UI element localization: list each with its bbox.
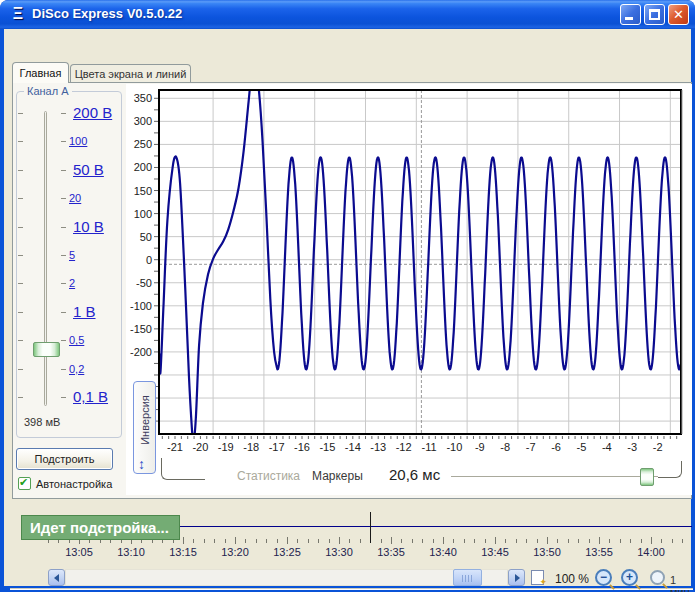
scale-option[interactable]: 0,1 В: [73, 388, 108, 405]
history-scrollbar-track[interactable]: [65, 569, 508, 586]
zoom-out-button[interactable]: −: [595, 569, 612, 586]
slider-tick: [18, 340, 23, 341]
svg-text:150: 150: [134, 185, 152, 197]
timeline-tick: [620, 539, 621, 543]
waveform-chart[interactable]: 350300250200150100500-50-100-150-200-21-…: [126, 84, 692, 495]
inversion-label: Инверсия: [139, 390, 151, 450]
autotune-checkbox[interactable]: ✔: [18, 477, 31, 490]
slider-tick: [18, 141, 23, 142]
slider-tick: [61, 255, 66, 256]
svg-text:250: 250: [134, 138, 152, 150]
svg-text:100: 100: [134, 208, 152, 220]
scale-option[interactable]: 0,5: [69, 334, 84, 346]
slider-tick: [18, 283, 23, 284]
maximize-icon: [649, 9, 660, 20]
svg-text:-14: -14: [345, 441, 361, 453]
slider-tick: [18, 170, 23, 171]
app-icon: Ξ: [9, 5, 27, 23]
svg-text:-6: -6: [551, 441, 561, 453]
timeline-tick: [349, 539, 350, 543]
timeline-tick: [225, 539, 226, 543]
scale-option[interactable]: 10 В: [73, 218, 104, 235]
statistics-link[interactable]: Статистика: [237, 469, 300, 483]
timeline-time-label: 13:05: [65, 546, 93, 558]
slider-tick: [18, 369, 23, 370]
timeline-tick: [256, 539, 257, 543]
history-scrollbar-thumb[interactable]: [453, 569, 482, 586]
scroll-right-button[interactable]: [508, 569, 525, 586]
minimize-button[interactable]: [620, 4, 641, 25]
svg-text:-4: -4: [602, 441, 612, 453]
svg-text:-15: -15: [319, 441, 335, 453]
timeline-tick: [277, 539, 278, 543]
timeline-tick: [193, 539, 194, 543]
timeline-time-label: 13:40: [429, 546, 457, 558]
timeline-tick: [537, 539, 538, 543]
fit-page-icon[interactable]: ✦: [531, 570, 544, 585]
scale-option[interactable]: 0,2: [69, 363, 84, 375]
time-div-slider-thumb[interactable]: [640, 468, 654, 486]
timeline-tick: [495, 537, 496, 544]
inversion-button[interactable]: Инверсия ↕: [133, 381, 156, 474]
svg-text:-9: -9: [475, 441, 485, 453]
svg-text:-8: -8: [500, 441, 510, 453]
svg-text:-50: -50: [136, 277, 152, 289]
timeline-tick: [516, 539, 517, 543]
interval-value: 1 мин: [670, 574, 691, 592]
svg-text:-2: -2: [653, 441, 663, 453]
scale-option[interactable]: 20: [69, 192, 81, 204]
window-title: DiSco Express V0.5.0.22: [32, 6, 182, 21]
timeline-tick: [661, 539, 662, 543]
slider-tick: [61, 227, 66, 228]
timeline-tick: [568, 539, 569, 543]
svg-text:-18: -18: [243, 441, 259, 453]
scale-option[interactable]: 100: [69, 135, 87, 147]
timeline-time-label: 13:45: [481, 546, 509, 558]
timeline-tick: [308, 539, 309, 543]
timeline-tick: [183, 537, 184, 544]
voltage-slider-thumb[interactable]: [33, 342, 60, 357]
voltage-slider-groove[interactable]: [44, 111, 47, 406]
autotune-label: Автонастройка: [36, 478, 112, 490]
tab-colors[interactable]: Цвета экрана и линий: [70, 64, 191, 83]
slider-tick: [18, 255, 23, 256]
scale-option[interactable]: 2: [69, 277, 75, 289]
scroll-left-button[interactable]: [48, 569, 65, 586]
scale-option[interactable]: 1 В: [73, 303, 96, 320]
timeline-time-label: 14:00: [637, 546, 665, 558]
scale-option[interactable]: 50 В: [73, 161, 104, 178]
timeline-tick: [557, 539, 558, 543]
timeline-time-label: 13:10: [117, 546, 145, 558]
svg-text:-5: -5: [577, 441, 587, 453]
tab-main[interactable]: Главная: [12, 62, 69, 83]
timeline-cursor[interactable]: [370, 512, 371, 543]
magnifier-icon[interactable]: [650, 570, 665, 585]
timeline-tick: [578, 539, 579, 543]
timeline-tick: [474, 539, 475, 543]
time-div-slider-track[interactable]: [451, 476, 658, 479]
chevron-left-icon: [54, 574, 59, 582]
markers-link[interactable]: Маркеры: [312, 469, 363, 483]
sparkle-icon: ✦: [539, 577, 547, 587]
scale-option[interactable]: 200 В: [73, 104, 112, 121]
slider-tick: [61, 198, 66, 199]
slider-tick: [61, 283, 66, 284]
close-button[interactable]: ✕: [668, 4, 689, 25]
maximize-button[interactable]: [644, 4, 665, 25]
titlebar[interactable]: Ξ DiSco Express V0.5.0.22 ✕: [0, 0, 695, 29]
svg-text:-10: -10: [446, 441, 462, 453]
timeline-tick: [651, 537, 652, 544]
measured-value: 398 мВ: [24, 416, 60, 428]
slider-tick: [61, 312, 66, 313]
timeline-time-label: 13:25: [273, 546, 301, 558]
up-down-arrow-icon: ↕: [138, 456, 145, 472]
timeline-tick: [599, 537, 600, 544]
svg-text:200: 200: [134, 161, 152, 173]
zoom-in-button[interactable]: +: [621, 569, 638, 586]
scale-option[interactable]: 5: [69, 249, 75, 261]
svg-text:50: 50: [140, 231, 152, 243]
slider-tick: [18, 397, 23, 398]
adjust-button[interactable]: Подстроить: [16, 448, 113, 470]
svg-text:-17: -17: [269, 441, 285, 453]
svg-text:-200: -200: [130, 346, 152, 358]
